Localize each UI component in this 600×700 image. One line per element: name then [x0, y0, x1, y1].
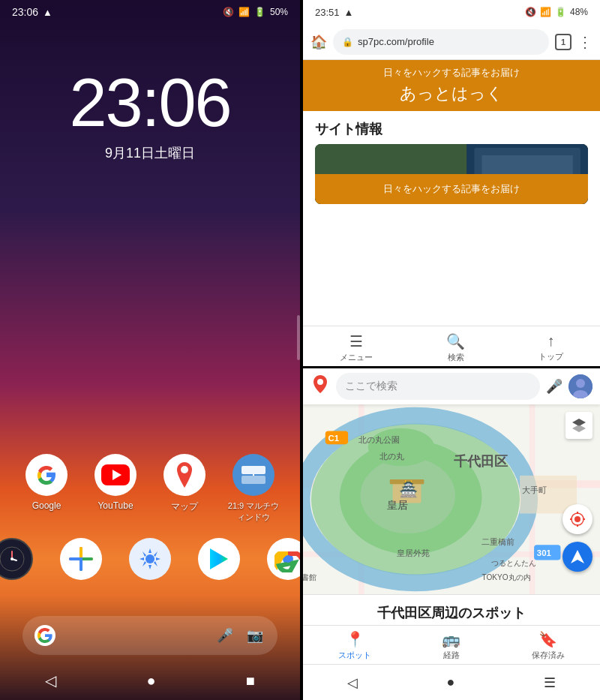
tab-count[interactable]: 1 — [555, 34, 572, 50]
app-label-google: Google — [32, 500, 62, 511]
maps-bottom-nav: 📍 スポット 🚌 経路 🔖 保存済み — [303, 625, 600, 664]
maps-app-icon[interactable] — [164, 454, 206, 496]
site-info-header: サイト情報 — [303, 111, 600, 144]
maps-section: ここで検索 🎤 — [303, 366, 600, 700]
menu-label: メニュー — [340, 352, 373, 363]
left-alert-icon: ▲ — [43, 7, 52, 18]
right-alert-icon: ▲ — [344, 7, 354, 18]
svg-text:皇居: 皇居 — [387, 499, 408, 511]
right-wifi-icon: 📶 — [540, 7, 551, 17]
lock-icon: 🔒 — [342, 37, 353, 47]
map-layer-button[interactable] — [566, 412, 592, 439]
left-status-time: 23:06 — [12, 6, 38, 18]
svg-rect-5 — [242, 476, 266, 484]
browser-nav-top[interactable]: ↑ トップ — [538, 332, 563, 363]
app-label-multiwindow: 21:9 マルチウィンドウ — [226, 500, 280, 523]
app-item-youtube[interactable]: YouTube — [88, 454, 142, 523]
home-icon[interactable]: 🏠 — [310, 34, 327, 50]
svg-text:大手町: 大手町 — [522, 485, 547, 494]
map-svg: 千代田区 皇居 🏯 北の丸公園 北の丸 C1 301 大手町 皇居外苑 — [303, 404, 600, 594]
maps-logo-icon — [310, 374, 330, 398]
playstore-icon[interactable] — [198, 538, 240, 580]
left-status-bar: 23:06 ▲ 🔇 📶 🔋 50% — [0, 0, 300, 24]
svg-text:北の丸公園: 北の丸公園 — [358, 435, 400, 444]
right-back-button[interactable]: ◁ — [347, 674, 358, 691]
right-status-icons: 🔇 📶 🔋 48% — [525, 7, 588, 17]
browser-menu-icon[interactable]: ⋮ — [578, 33, 592, 51]
map-location-button[interactable] — [562, 504, 592, 534]
svg-text:二重橋前: 二重橋前 — [482, 537, 514, 546]
search-label: 検索 — [448, 352, 464, 363]
svg-text:🏯: 🏯 — [399, 480, 418, 499]
right-home-button[interactable]: ● — [447, 674, 455, 690]
app-grid: Google YouTube — [0, 454, 300, 580]
app-item-google[interactable]: Google — [20, 454, 74, 523]
wifi-icon: 📶 — [238, 7, 250, 17]
lens-search-icon[interactable]: 📷 — [244, 625, 266, 646]
maps-search-input[interactable]: ここで検索 — [336, 373, 540, 400]
maps-mic-icon[interactable]: 🎤 — [546, 378, 562, 395]
maps-nav-spots[interactable]: 📍 スポット — [338, 630, 371, 661]
settings-icon[interactable] — [129, 538, 171, 580]
top-label: トップ — [538, 351, 563, 362]
app-item-maps[interactable]: マップ — [158, 454, 212, 523]
svg-marker-13 — [210, 548, 228, 569]
voice-search-icon[interactable]: 🎤 — [214, 625, 236, 646]
svg-marker-56 — [572, 425, 586, 432]
clock-app-icon[interactable] — [0, 538, 33, 580]
svg-marker-63 — [571, 550, 584, 563]
search-bar[interactable]: 🎤 📷 — [22, 616, 278, 655]
right-mute-icon: 🔇 — [525, 7, 536, 17]
app-item-play[interactable] — [192, 538, 246, 580]
right-panel: 23:51 ▲ 🔇 📶 🔋 48% 🏠 🔒 sp7pc.com/profile … — [303, 0, 600, 700]
spots-label: スポット — [338, 650, 371, 661]
map-navigation-button[interactable] — [562, 542, 592, 572]
user-avatar[interactable] — [568, 374, 592, 398]
url-box[interactable]: 🔒 sp7pc.com/profile — [333, 29, 549, 55]
saved-label: 保存済み — [532, 650, 565, 661]
svg-point-16 — [284, 555, 292, 563]
maps-nav-saved[interactable]: 🔖 保存済み — [532, 630, 565, 661]
youtube-icon[interactable] — [94, 454, 136, 496]
app-item-settings[interactable] — [123, 538, 177, 580]
right-status-bar: 23:51 ▲ 🔇 📶 🔋 48% — [303, 0, 600, 24]
saved-icon: 🔖 — [538, 630, 557, 648]
battery-icon: 🔋 — [254, 7, 266, 17]
banner-subtitle: 日々をハックする記事をお届け — [383, 66, 520, 80]
map-area: 千代田区 皇居 🏯 北の丸公園 北の丸 C1 301 大手町 皇居外苑 — [303, 404, 600, 594]
site-card-image: 日々をハックする記事をお届け — [315, 144, 588, 204]
right-battery-percent: 48% — [570, 7, 588, 17]
address-bar: 🏠 🔒 sp7pc.com/profile 1 ⋮ — [303, 24, 600, 60]
browser-nav-search[interactable]: 🔍 検索 — [446, 332, 465, 363]
battery-percent: 50% — [270, 7, 288, 17]
maps-search-placeholder: ここで検索 — [345, 380, 398, 393]
svg-text:千代田区: 千代田区 — [454, 454, 508, 469]
app-item-photos[interactable] — [54, 538, 108, 580]
spots-icon: 📍 — [346, 630, 364, 648]
back-button[interactable]: ◁ — [45, 671, 56, 689]
google-icon[interactable] — [26, 454, 68, 496]
right-status-time: 23:51 — [315, 7, 340, 18]
browser-nav-menu[interactable]: ☰ メニュー — [340, 332, 373, 363]
recents-button[interactable]: ■ — [246, 672, 255, 689]
spots-section: 千代田区周辺のスポット — [303, 594, 600, 625]
home-button[interactable]: ● — [146, 672, 155, 689]
app-row-1: Google YouTube — [20, 454, 280, 523]
card-subtitle: 日々をハックする記事をお届け — [383, 182, 520, 196]
svg-text:301: 301 — [537, 548, 552, 557]
photos-icon[interactable] — [60, 538, 102, 580]
panel-divider — [300, 0, 303, 700]
url-text: sp7pc.com/profile — [358, 36, 540, 47]
svg-point-11 — [10, 557, 14, 560]
browser-section: 🏠 🔒 sp7pc.com/profile 1 ⋮ 日々をハックする記事をお届け… — [303, 24, 600, 366]
svg-text:皇居外苑: 皇居外苑 — [397, 548, 430, 557]
right-recents-button[interactable]: ☰ — [544, 674, 556, 691]
left-panel: 23:06 ▲ 🔇 📶 🔋 50% 23:06 9月11日土曜日 — [0, 0, 300, 700]
svg-text:C1: C1 — [328, 434, 340, 443]
multiwindow-icon[interactable] — [232, 454, 274, 496]
maps-nav-route[interactable]: 🚌 経路 — [442, 630, 460, 661]
app-item-clock[interactable] — [0, 538, 39, 580]
search-icon: 🔍 — [446, 332, 465, 350]
app-item-multiwindow[interactable]: 21:9 マルチウィンドウ — [226, 454, 280, 523]
route-icon: 🚌 — [442, 630, 460, 648]
